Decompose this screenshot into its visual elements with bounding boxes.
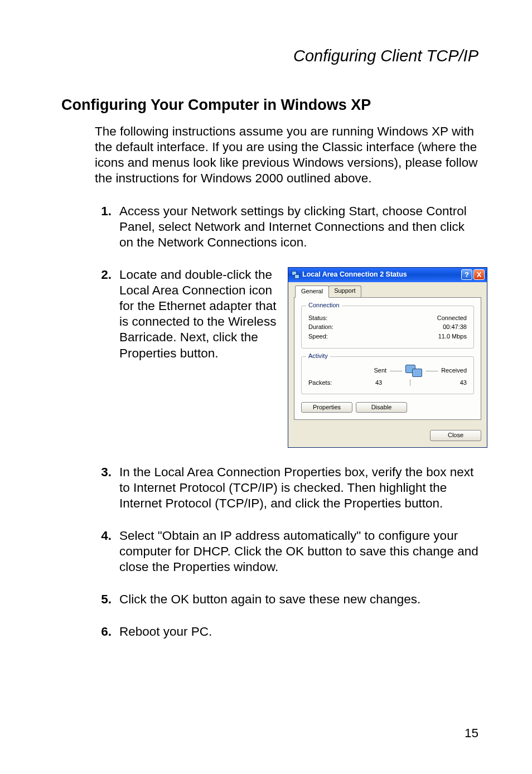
step-text: Reboot your PC.: [119, 624, 478, 640]
dialog-title-text: Local Area Connection 2 Status: [302, 270, 407, 279]
value-speed: 11.0 Mbps: [438, 333, 467, 341]
step-number: 5.: [95, 592, 112, 607]
close-button[interactable]: X: [473, 269, 485, 280]
section-heading: Configuring Your Computer in Windows XP: [61, 96, 478, 114]
help-button[interactable]: ?: [461, 269, 472, 280]
dialog-title: Local Area Connection 2 Status: [292, 270, 461, 279]
label-received: Received: [441, 367, 467, 375]
step-number: 6.: [95, 624, 112, 640]
running-header: Configuring Client TCP/IP: [61, 47, 478, 65]
tab-strip: General Support: [295, 286, 481, 298]
label-sent: Sent: [374, 367, 387, 375]
step-text: In the Local Area Connection Properties …: [119, 465, 478, 511]
step-number: 1.: [95, 204, 112, 250]
tab-general[interactable]: General: [295, 286, 329, 298]
titlebar-buttons: ? X: [461, 269, 485, 280]
label-status: Status:: [308, 315, 327, 322]
step-item: 1. Access your Network settings by click…: [95, 204, 478, 250]
step-body: Locate and double-click the Local Area C…: [119, 267, 487, 448]
label-duration: Duration:: [308, 323, 333, 331]
properties-button[interactable]: Properties: [301, 402, 352, 413]
step-item: 4. Select "Obtain an IP address automati…: [95, 528, 478, 575]
dialog-titlebar[interactable]: Local Area Connection 2 Status ? X: [288, 268, 487, 282]
step-text: Click the OK button again to save these …: [119, 592, 478, 607]
step-number: 4.: [95, 528, 112, 575]
dialog-client-area: General Support Connection Status: Conne…: [288, 282, 487, 447]
line-icon: ——: [390, 367, 402, 375]
activity-group: Activity Sent —— —— Received: [301, 356, 474, 394]
dialog-footer: Close: [294, 425, 481, 441]
network-activity-icon: [405, 365, 422, 377]
tab-support[interactable]: Support: [328, 286, 361, 298]
step-text: Select "Obtain an IP address automatical…: [119, 528, 478, 575]
group-legend: Activity: [306, 352, 330, 360]
step-item: 5. Click the OK button again to save the…: [95, 592, 478, 607]
step-text: Locate and double-click the Local Area C…: [119, 267, 281, 361]
value-packets-sent: 43: [353, 379, 404, 387]
step-item: 2. Locate and double-click the Local Are…: [95, 267, 478, 448]
instruction-list: 1. Access your Network settings by click…: [95, 204, 478, 640]
step-text: Access your Network settings by clicking…: [119, 204, 478, 250]
step-item: 6. Reboot your PC.: [95, 624, 478, 640]
disable-button[interactable]: Disable: [356, 402, 407, 413]
page-number: 15: [465, 726, 478, 741]
tab-panel: Connection Status: Connected Duration: 0…: [294, 297, 481, 420]
group-legend: Connection: [306, 302, 342, 309]
close-dialog-button[interactable]: Close: [430, 430, 481, 441]
screenshot-figure: Local Area Connection 2 Status ? X Gener…: [288, 267, 487, 448]
value-duration: 00:47:38: [443, 323, 467, 331]
button-row: Properties Disable: [301, 402, 474, 413]
value-status: Connected: [437, 315, 467, 322]
connection-group: Connection Status: Connected Duration: 0…: [301, 306, 474, 349]
network-icon: [292, 271, 299, 279]
document-page: Configuring Client TCP/IP Configuring Yo…: [0, 0, 532, 774]
line-icon: ——: [425, 367, 438, 375]
xp-status-dialog: Local Area Connection 2 Status ? X Gener…: [288, 267, 487, 448]
divider-icon: [410, 379, 410, 386]
intro-paragraph: The following instructions assume you ar…: [95, 124, 478, 187]
label-packets: Packets:: [308, 379, 353, 387]
step-number: 2.: [95, 267, 112, 448]
value-packets-received: 43: [415, 379, 467, 387]
step-item: 3. In the Local Area Connection Properti…: [95, 465, 478, 511]
step-number: 3.: [95, 465, 112, 511]
label-speed: Speed:: [308, 333, 328, 341]
